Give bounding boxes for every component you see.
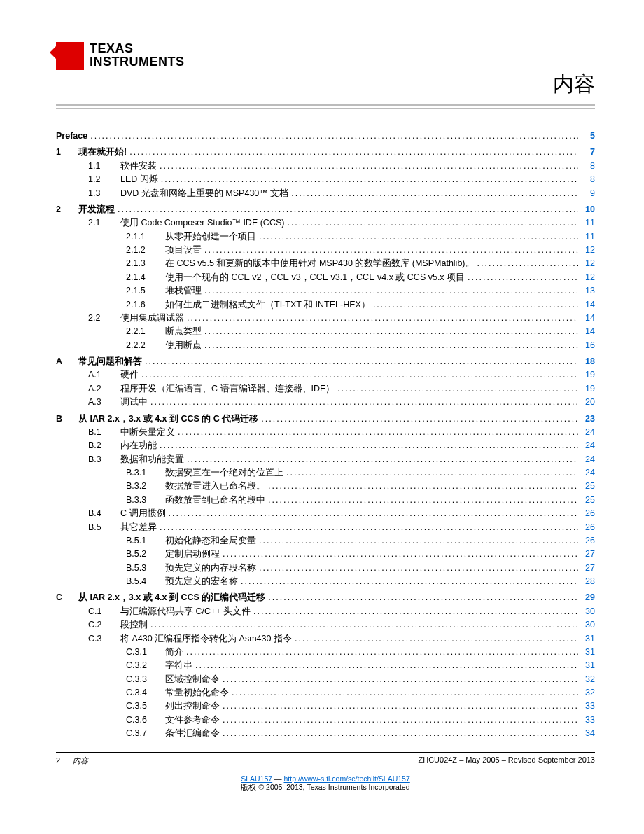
toc-page[interactable]: 29 bbox=[581, 591, 595, 604]
toc-page[interactable]: 14 bbox=[581, 312, 595, 325]
toc-page[interactable]: 30 bbox=[581, 618, 595, 632]
toc-entry[interactable]: 1.1软件安装8 bbox=[56, 160, 595, 173]
toc-entry[interactable]: B.5其它差异26 bbox=[56, 521, 595, 534]
toc-entry[interactable]: 2.1.1从零开始创建一个项目11 bbox=[56, 230, 595, 244]
toc-label: 使用一个现有的 CCE v2，CCE v3，CCE v3.1，CCE v4.x … bbox=[165, 271, 465, 284]
toc-page[interactable]: 12 bbox=[581, 244, 595, 257]
toc-page[interactable]: 19 bbox=[581, 368, 595, 382]
toc-entry[interactable]: C从 IAR 2.x，3.x 或 4.x 到 CCS 的汇编代码迁移29 bbox=[56, 591, 595, 604]
toc-page[interactable]: 25 bbox=[581, 494, 595, 507]
toc-entry[interactable]: B.5.1初始化静态和全局变量26 bbox=[56, 534, 595, 548]
toc-page[interactable]: 23 bbox=[581, 412, 595, 426]
toc-entry[interactable]: A常见问题和解答18 bbox=[56, 355, 595, 368]
toc-page[interactable]: 7 bbox=[581, 146, 595, 159]
toc-entry[interactable]: 2.1.6如何生成二进制格式文件（TI-TXT 和 INTEL-HEX）14 bbox=[56, 298, 595, 312]
toc-entry[interactable]: 2.1使用 Code Composer Studio™ IDE (CCS)11 bbox=[56, 216, 595, 230]
toc-entry[interactable]: 2.1.2项目设置12 bbox=[56, 244, 595, 257]
toc-page[interactable]: 31 bbox=[581, 646, 595, 659]
toc-entry[interactable]: C.3.2字符串31 bbox=[56, 659, 595, 672]
toc-page[interactable]: 24 bbox=[581, 466, 595, 480]
toc-page[interactable]: 26 bbox=[581, 521, 595, 534]
toc-entry[interactable]: A.1硬件19 bbox=[56, 368, 595, 382]
toc-entry[interactable]: B.1中断矢量定义24 bbox=[56, 426, 595, 439]
toc-page[interactable]: 24 bbox=[581, 426, 595, 439]
toc-page[interactable]: 24 bbox=[581, 439, 595, 452]
footer-link-label[interactable]: SLAU157 bbox=[241, 774, 272, 783]
toc-entry[interactable]: 1现在就开始!7 bbox=[56, 146, 595, 159]
toc-entry[interactable]: B.3.2数据放置进入已命名段。25 bbox=[56, 480, 595, 493]
toc-number: A.3 bbox=[88, 396, 120, 409]
toc-page[interactable]: 24 bbox=[581, 453, 595, 466]
toc-page[interactable]: 30 bbox=[581, 605, 595, 618]
toc-entry[interactable]: 1.2LED 闪烁8 bbox=[56, 173, 595, 186]
toc-page[interactable]: 27 bbox=[581, 562, 595, 575]
toc-entry[interactable]: C.3.6文件参考命令33 bbox=[56, 714, 595, 727]
toc-entry[interactable]: C.2段控制30 bbox=[56, 618, 595, 632]
toc-page[interactable]: 14 bbox=[581, 298, 595, 312]
toc-page[interactable]: 9 bbox=[581, 187, 595, 200]
toc-entry[interactable]: 2.1.5堆栈管理13 bbox=[56, 284, 595, 298]
toc-entry[interactable]: A.3调试中20 bbox=[56, 396, 595, 409]
toc-page[interactable]: 13 bbox=[581, 284, 595, 298]
toc-page[interactable]: 28 bbox=[581, 575, 595, 588]
toc-page[interactable]: 11 bbox=[581, 216, 595, 230]
toc-entry[interactable]: B.5.3预先定义的内存段名称27 bbox=[56, 562, 595, 575]
toc-page[interactable]: 27 bbox=[581, 548, 595, 561]
toc-entry[interactable]: B.2内在功能24 bbox=[56, 439, 595, 452]
toc-entry[interactable]: B.3.3函数放置到已命名的段中25 bbox=[56, 494, 595, 507]
toc-leader-dots bbox=[204, 284, 578, 298]
toc-entry[interactable]: C.3.5列出控制命令33 bbox=[56, 700, 595, 713]
toc-page[interactable]: 25 bbox=[581, 480, 595, 493]
toc-entry[interactable]: C.3将 A430 汇编程序指令转化为 Asm430 指令31 bbox=[56, 632, 595, 646]
toc-entry[interactable]: C.1与汇编源代码共享 C/C++ 头文件30 bbox=[56, 605, 595, 618]
toc-entry[interactable]: B.5.4预先定义的宏名称28 bbox=[56, 575, 595, 588]
toc-page[interactable]: 18 bbox=[581, 355, 595, 368]
toc-page[interactable]: 33 bbox=[581, 700, 595, 713]
toc-entry[interactable]: B.3数据和功能安置24 bbox=[56, 453, 595, 466]
toc-page[interactable]: 32 bbox=[581, 686, 595, 700]
toc-number: A.2 bbox=[88, 382, 120, 396]
toc-entry[interactable]: 2.2.2使用断点16 bbox=[56, 339, 595, 352]
toc-entry[interactable]: B.4C 调用惯例26 bbox=[56, 507, 595, 520]
toc-number: C.3.5 bbox=[126, 700, 165, 713]
toc-label: 使用 Code Composer Studio™ IDE (CCS) bbox=[120, 216, 284, 230]
toc-entry[interactable]: Preface5 bbox=[56, 130, 595, 143]
toc-page[interactable]: 11 bbox=[581, 230, 595, 244]
toc-entry[interactable]: B从 IAR 2.x，3.x 或 4.x 到 CCS 的 C 代码迁移23 bbox=[56, 412, 595, 426]
toc-page[interactable]: 34 bbox=[581, 727, 595, 740]
toc-page[interactable]: 12 bbox=[581, 271, 595, 284]
toc-page[interactable]: 8 bbox=[581, 173, 595, 186]
toc-entry[interactable]: A.2程序开发（汇编语言、C 语言编译器、连接器、IDE）19 bbox=[56, 382, 595, 396]
toc-entry[interactable]: 2.1.3在 CCS v5.5 和更新的版本中使用针对 MSP430 的数学函数… bbox=[56, 257, 595, 270]
toc-page[interactable]: 26 bbox=[581, 534, 595, 548]
toc-page[interactable]: 26 bbox=[581, 507, 595, 520]
toc-page[interactable]: 14 bbox=[581, 325, 595, 338]
toc-entry[interactable]: 2.2.1断点类型14 bbox=[56, 325, 595, 338]
toc-label: 字符串 bbox=[165, 659, 192, 672]
toc-page[interactable]: 8 bbox=[581, 160, 595, 173]
toc-page[interactable]: 33 bbox=[581, 714, 595, 727]
toc-entry[interactable]: C.3.1简介31 bbox=[56, 646, 595, 659]
logo-line-1: TEXAS bbox=[90, 42, 185, 55]
toc-page[interactable]: 10 bbox=[581, 203, 595, 216]
toc-entry[interactable]: 2.2使用集成调试器14 bbox=[56, 312, 595, 325]
toc-page[interactable]: 19 bbox=[581, 382, 595, 396]
toc-entry[interactable]: C.3.7条件汇编命令34 bbox=[56, 727, 595, 740]
toc-entry[interactable]: B.5.2定制启动例程27 bbox=[56, 548, 595, 561]
toc-entry[interactable]: 2开发流程10 bbox=[56, 203, 595, 216]
toc-entry[interactable]: 1.3DVD 光盘和网络上重要的 MSP430™ 文档9 bbox=[56, 187, 595, 200]
toc-page[interactable]: 20 bbox=[581, 396, 595, 409]
toc-page[interactable]: 12 bbox=[581, 257, 595, 270]
toc-page[interactable]: 31 bbox=[581, 659, 595, 672]
toc-leader-dots bbox=[223, 700, 578, 713]
toc-entry[interactable]: C.3.4常量初始化命令32 bbox=[56, 686, 595, 700]
toc-entry[interactable]: C.3.3区域控制命令32 bbox=[56, 673, 595, 686]
toc-page[interactable]: 16 bbox=[581, 339, 595, 352]
toc-page[interactable]: 5 bbox=[581, 130, 595, 143]
footer-link-url[interactable]: http://www-s.ti.com/sc/techlit/SLAU157 bbox=[284, 774, 410, 783]
toc-page[interactable]: 31 bbox=[581, 632, 595, 646]
toc-page[interactable]: 32 bbox=[581, 673, 595, 686]
toc-entry[interactable]: B.3.1数据安置在一个绝对的位置上24 bbox=[56, 466, 595, 480]
toc-entry[interactable]: 2.1.4使用一个现有的 CCE v2，CCE v3，CCE v3.1，CCE … bbox=[56, 271, 595, 284]
toc-number: 2.2.2 bbox=[126, 339, 165, 352]
